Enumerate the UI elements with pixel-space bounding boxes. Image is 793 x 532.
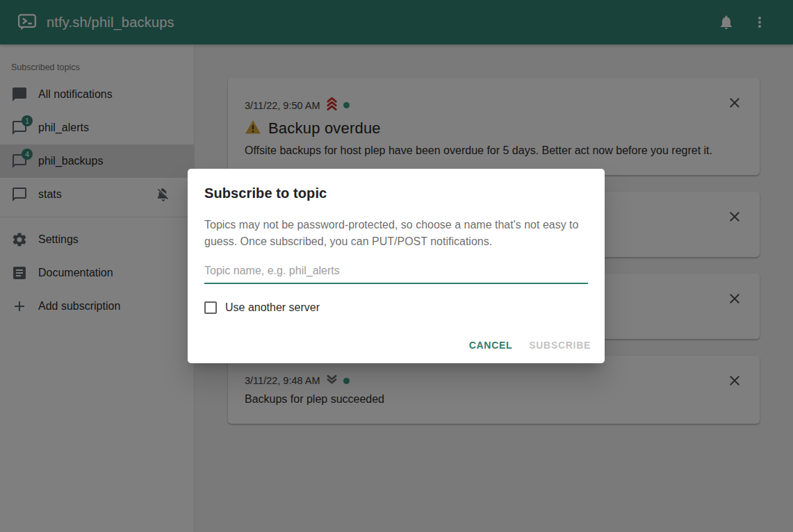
subscribe-button[interactable]: SUBSCRIBE bbox=[521, 333, 599, 358]
subscribe-dialog: Subscribe to topic Topics may not be pas… bbox=[188, 169, 605, 363]
dialog-description: Topics may not be password-protected, so… bbox=[204, 217, 588, 250]
use-another-server-checkbox[interactable] bbox=[204, 301, 217, 314]
dialog-title: Subscribe to topic bbox=[204, 185, 588, 201]
checkbox-label: Use another server bbox=[225, 301, 320, 314]
use-another-server-option[interactable]: Use another server bbox=[204, 301, 588, 314]
cancel-button[interactable]: CANCEL bbox=[461, 333, 521, 358]
topic-name-input[interactable] bbox=[204, 260, 588, 284]
dialog-actions: CANCEL SUBSCRIBE bbox=[461, 333, 599, 358]
